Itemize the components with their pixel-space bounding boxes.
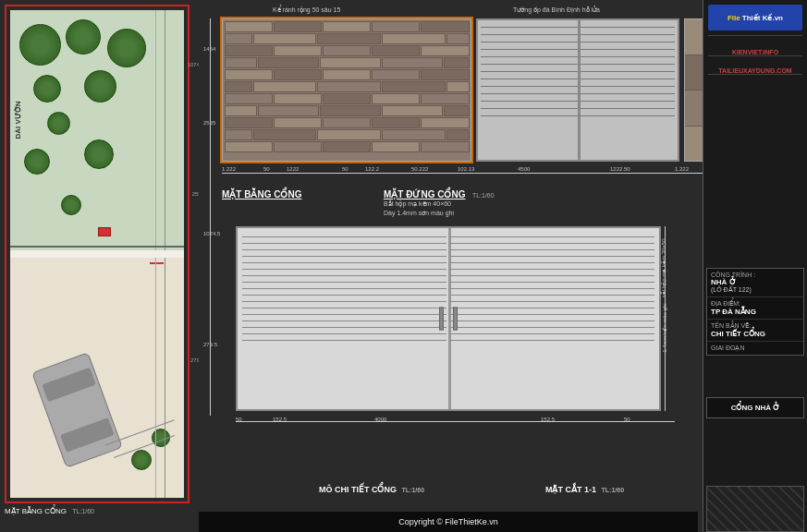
- site-plan: DÀI VƯỜN: [10, 10, 184, 498]
- mat-bang-cong-text: MẶT BẰNG CỔNG: [222, 189, 301, 200]
- cong-nha-text: CỔNG NHÀ Ở: [712, 403, 799, 413]
- lo-dat-value: (LÔ ĐẤT 122): [711, 286, 800, 294]
- mat-cat-scale: TL:1/60: [602, 487, 625, 493]
- gate-slat-r: [450, 275, 654, 276]
- rdim-1: sắt hộp mạ kẽm 30×50: [661, 239, 667, 298]
- left-dim-line: [210, 18, 211, 416]
- brick-row-3: [224, 44, 470, 56]
- brick: [274, 45, 322, 56]
- brick-wall: [222, 18, 471, 162]
- brick: [320, 57, 381, 68]
- brick: [225, 45, 273, 56]
- brick-row-5: [224, 68, 470, 80]
- right-sidebar: File Thiết Kế .vn KIENVIET.INFO TAILIEUX…: [703, 0, 807, 532]
- gate-slat: [242, 249, 446, 250]
- brick: [421, 117, 469, 128]
- tree-3: [107, 29, 146, 67]
- day-annotation: Dày 1.4mm sơn màu ghi: [384, 210, 454, 217]
- brick: [372, 141, 420, 152]
- tree-6: [47, 112, 70, 135]
- car-rear: [60, 417, 115, 453]
- brick-row-10: [224, 128, 470, 140]
- brick-row-9: [224, 116, 470, 128]
- brick: [446, 129, 470, 140]
- brick: [274, 141, 322, 152]
- mat-bang-label-left: MẶT BẰNG CỔNG TL:1/60: [5, 507, 94, 515]
- info-row-1: CÔNG TRÌNH : NHÀ Ở (LÔ ĐẤT 122): [707, 269, 803, 297]
- info-row-3: TÊN BẢN VẼ: CHI TIẾT CỔNG: [707, 320, 803, 342]
- dim-7: 102.13: [458, 166, 474, 172]
- tree-2: [66, 19, 101, 54]
- dim-2: 50: [263, 166, 270, 172]
- dai-vuon-label: DÀI VƯỜN: [14, 101, 22, 139]
- gate-detail-box: [236, 226, 661, 411]
- gate-slat: [242, 301, 446, 302]
- gate-slat-r: [450, 256, 654, 257]
- right-drawing-area: Kể ránh rộng 50 sâu 15 Tường ốp đá Bình …: [199, 5, 698, 517]
- brick-row-4: [224, 56, 470, 68]
- brick: [225, 69, 273, 80]
- brick: [253, 81, 317, 92]
- mat-bang-text: MẶT BẰNG CỔNG: [5, 507, 67, 515]
- gate-slat: [242, 327, 446, 328]
- right-gate-panel: [448, 231, 656, 406]
- brick: [225, 129, 252, 140]
- cong-trinh-label: CÔNG TRÌNH :: [711, 272, 800, 278]
- ldim-1: 1454: [203, 46, 215, 52]
- brick: [225, 105, 257, 116]
- brick: [274, 117, 322, 128]
- mat-cat-label: MẶT CẮT 1-1 TL:1/60: [545, 485, 624, 494]
- brick: [225, 93, 273, 104]
- copyright-bar: Copyright © FileThietKe.vn: [199, 512, 698, 532]
- left-dim-area: 1454 2555 1074.5 279.5: [203, 18, 217, 416]
- dim-3: 1222: [287, 166, 299, 172]
- brick: [253, 129, 317, 140]
- tuong-annotation: Tường ốp đá Bình Định hỗ lửa: [513, 6, 600, 14]
- right-dim-col: sắt hộp mạ kẽm 30×50 1.4mm/sơn màu ghi: [652, 226, 670, 411]
- left-panel: DÀI VƯỜN: [5, 5, 190, 503]
- gate-slat: [242, 320, 446, 321]
- brick: [225, 81, 252, 92]
- gate-handle-right: [453, 308, 458, 331]
- gate-slat: [242, 314, 446, 315]
- mat-bang-cong-label: MẶT BẰNG CỔNG: [222, 185, 301, 201]
- brick-row-11: [224, 140, 470, 152]
- logo-file: File: [728, 14, 740, 22]
- brick: [421, 69, 469, 80]
- ldim-2: 2555: [203, 120, 215, 126]
- gate-elevation: [476, 18, 679, 162]
- dia-diem-value: TP ĐÀ NẴNG: [711, 308, 800, 316]
- sep1: [708, 35, 802, 36]
- brick: [372, 117, 420, 128]
- brick: [323, 69, 371, 80]
- tree-1: [19, 24, 61, 66]
- wall-segment: [685, 55, 703, 91]
- car-inner-edge: [155, 258, 156, 498]
- gate-center-divider: [578, 20, 581, 160]
- mo-chi-tiet-text: MÔ CHI TIẾT CỔNG: [319, 485, 397, 494]
- bottom-dim-line: [236, 421, 675, 422]
- wall-segment: [685, 19, 703, 55]
- gate-slat: [242, 295, 446, 296]
- gate-handle-left: [439, 308, 444, 331]
- dim-9: 1222.50: [610, 166, 630, 172]
- brick: [323, 45, 371, 56]
- gate-slat-r: [450, 308, 654, 308]
- main-canvas: DÀI VƯỜN: [0, 0, 703, 532]
- elevation-top-view: 1.222 50 1222 50 122.2 50.222 102.13 450…: [222, 18, 684, 180]
- mo-chi-tiet-label: MÔ CHI TIẾT CỔNG TL:1/60: [319, 485, 424, 494]
- gate-slat: [242, 236, 446, 237]
- brick-row-1: [224, 20, 470, 32]
- gate-slat-r: [450, 269, 654, 270]
- wall-segment: [685, 91, 703, 127]
- car-shape: [31, 352, 123, 468]
- brick-row-7: [224, 92, 470, 104]
- gate-slat: [242, 262, 446, 263]
- dim-line-h: [222, 173, 703, 174]
- brick: [225, 141, 273, 152]
- bdim-5: 50: [624, 417, 630, 422]
- garden-area: [10, 10, 184, 250]
- dim-1: 1.222: [222, 166, 236, 172]
- rdim-2: 1.4mm/sơn màu ghi: [661, 304, 667, 353]
- info-row-4: GIAI ĐOẠN: [707, 342, 803, 355]
